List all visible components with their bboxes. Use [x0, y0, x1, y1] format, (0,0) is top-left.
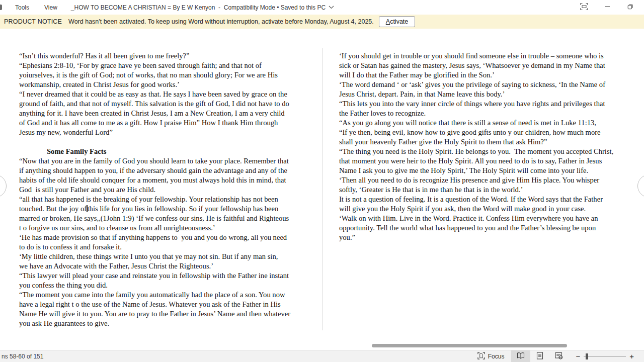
restore-icon [627, 3, 634, 12]
document-text-line: ‘Walk on with Him. Live in the Word. Pra… [339, 214, 613, 223]
page-divider [323, 48, 323, 330]
document-text-line: ground of faith, and that not of myself.… [19, 99, 290, 109]
minimize-icon [604, 4, 610, 11]
document-text-line: “Ephesians 2:8-10, ‘For by grace have ye… [19, 61, 290, 70]
auto-hide-icon [580, 3, 588, 12]
document-text-line: workmanship, created in Christ Jesus for… [19, 80, 290, 89]
document-text-line: the Father loves to recognize. [339, 109, 613, 118]
zoom-slider-track [584, 356, 626, 357]
document-text-line: that moment you were heir to the Holy Sp… [339, 156, 613, 166]
chevron-down-icon[interactable] [329, 6, 334, 9]
print-layout-icon [536, 352, 543, 361]
status-bar: ns 58-60 of 151 Focus − [0, 350, 644, 362]
document-text-line: “I never dreamed that it could be as eas… [19, 89, 290, 99]
menu-view[interactable]: View [44, 4, 57, 11]
document-text-line: softly, ‘Greater is He that is in me tha… [339, 185, 613, 195]
document-text-line: to do is to confess it and forsake it. [19, 242, 290, 252]
product-notice-message: Word hasn't been activated. To keep usin… [68, 18, 374, 25]
status-bar-right: Focus − + [470, 350, 644, 362]
document-text-line: Jesus my new, wonderful Lord” [19, 128, 290, 137]
document-title: _HOW TO BECOME A CHRISTIAN = By E W Keny… [71, 4, 334, 11]
document-text-line: ‘He has made provision so that if anythi… [19, 233, 290, 242]
document-text-line: “If ye then, being evil, know how to giv… [339, 128, 613, 137]
app-icon-partial [0, 5, 2, 10]
document-text-line: have a legal right t o the use of the Na… [19, 300, 290, 309]
document-text-line: habits of the old life should conquer fo… [19, 175, 290, 185]
document-text-line: “This lawyer will plead your case and re… [19, 271, 290, 281]
document-text-line: “The thing you need is the Holy Spirit. … [339, 147, 613, 156]
product-notice-bar: PRODUCT NOTICE Word hasn't been activate… [0, 15, 644, 29]
zoom-controls: − + [573, 352, 637, 360]
print-layout-button[interactable] [530, 350, 549, 362]
reading-view: “Isn’t this wonderful? Has it all been g… [0, 29, 644, 350]
screens-indicator[interactable]: ns 58-60 of 151 [2, 353, 43, 360]
zoom-slider-handle[interactable] [586, 353, 588, 359]
document-title-text: _HOW TO BECOME A CHRISTIAN = By E W Keny… [71, 4, 326, 11]
document-text-line: “all that has happened is the breaking o… [19, 195, 290, 204]
document-text-line: “This lets you into the vary inner circl… [339, 99, 613, 109]
document-text-line: “Now that you are in the family of God y… [19, 156, 290, 166]
document-text-line: you ask He guarantees to give. [19, 319, 290, 328]
document-text-line: Name He will give it to you. You are to … [19, 309, 290, 319]
document-text-line: will give you the Holy Spirit if you ask… [339, 204, 613, 214]
menu-tools[interactable]: Tools [15, 4, 29, 11]
auto-hide-toolbar-button[interactable] [573, 0, 596, 15]
document-text-line: will I do that the Father may be glorifi… [339, 70, 613, 80]
restore-button[interactable] [619, 0, 642, 15]
document-text-line: Name I ask you to give me the Holy Spiri… [339, 166, 613, 175]
document-text-line: “The moment you came into the family you… [19, 290, 290, 300]
page-left: “Isn’t this wonderful? Has it all been g… [19, 51, 290, 328]
document-text-line: anything for it. I have been created in … [19, 109, 290, 118]
document-text-line: It is not a question of feeling. It is a… [339, 195, 613, 204]
document-text-line: of God and it has all come to me as a gi… [19, 118, 290, 128]
zoom-in-button[interactable]: + [626, 352, 637, 360]
product-notice-label: PRODUCT NOTICE [4, 18, 62, 25]
document-text-line [19, 137, 290, 147]
activate-button[interactable]: Activate [379, 16, 415, 27]
document-text-line: “As you go along you will notice that th… [339, 118, 613, 128]
document-text-line: Some Family Facts [19, 147, 290, 156]
document-text-line: t o forgive us our sins, and to cleanse … [19, 223, 290, 233]
document-text-line: you confess the thing you did. [19, 281, 290, 290]
read-mode-icon [517, 351, 525, 361]
page-right: ‘If you should get in trouble or you sho… [339, 51, 613, 242]
document-text-line: yoiurselves, it is the gift of God; not … [19, 70, 290, 80]
document-text-line: ‘The word demand ‘ or ‘ask’ gives you th… [339, 80, 613, 89]
focus-label: Focus [488, 353, 505, 360]
document-text-line: ‘If you should get in trouble or you sho… [339, 51, 613, 61]
zoom-slider[interactable] [584, 352, 626, 360]
minimize-button[interactable] [596, 0, 619, 15]
document-text-line: we have an Advocate with the Father, Jes… [19, 261, 290, 271]
focus-icon [477, 352, 485, 361]
document-text-line: you.” [339, 233, 613, 242]
titlebar: Tools View _HOW TO BECOME A CHRISTIAN = … [0, 0, 644, 15]
zoom-out-button[interactable]: − [573, 352, 583, 360]
focus-button[interactable]: Focus [470, 350, 512, 362]
horizontal-scrollbar-thumb[interactable] [372, 344, 567, 347]
document-text-line: God is still your Father and you are His… [19, 185, 290, 195]
document-text-line: sick or Satan has gained the mastery, Je… [339, 61, 613, 70]
document-text-line: marred or broken, He says,,(1John 1:9) ‘… [19, 214, 290, 223]
web-layout-icon [555, 352, 563, 361]
document-text-line: shall your heavenly Father give the Holy… [339, 137, 613, 147]
document-text-line: opportunity. Tell the world what has hap… [339, 223, 613, 233]
document-text-line: if anything should happen to you, if the… [19, 166, 290, 175]
window-controls [573, 0, 644, 15]
previous-screen-button[interactable] [0, 174, 7, 198]
document-text-line: ‘Then all you need to do is recognize Hi… [339, 175, 613, 185]
document-text-line: ‘My little children, these things write … [19, 252, 290, 261]
document-text-line: Jesus Christ, depart. Pain, in that Name… [339, 89, 613, 99]
web-layout-button[interactable] [549, 350, 569, 362]
read-mode-button[interactable] [511, 350, 530, 362]
document-text-line: “Isn’t this wonderful? Has it all been g… [19, 51, 290, 61]
document-text-line: touched. But the joy ofthis life for you… [19, 204, 290, 214]
next-screen-button[interactable] [637, 174, 644, 198]
